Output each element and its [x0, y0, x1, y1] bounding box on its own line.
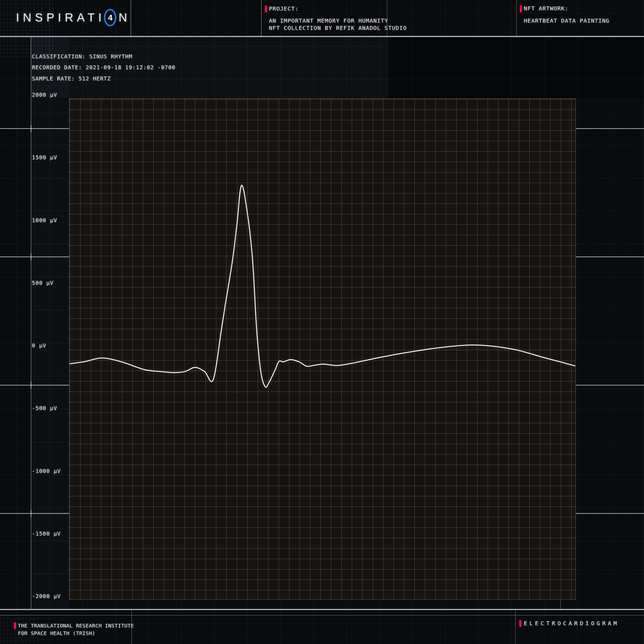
- y-axis-label: 1500 µV: [32, 154, 57, 161]
- margin-crosshair-line: [575, 128, 644, 129]
- margin-cross-tick: [31, 510, 31, 517]
- header-divider-4: [516, 0, 517, 36]
- margin-cross-tick: [31, 253, 31, 261]
- footer-right-text: ELECTROCARDIOGRAM: [524, 620, 619, 627]
- axis-gutter-line: [31, 36, 31, 610]
- inspiration4-logo: INSPIRATI 4 N: [16, 10, 131, 26]
- ecg-trace: [70, 185, 575, 387]
- margin-cross-tick: [31, 382, 31, 389]
- footer-left-line-2: FOR SPACE HEALTH (TRISH): [18, 630, 95, 637]
- footer-left-line-1: THE TRANSLATIONAL RESEARCH INSTITUTE: [18, 622, 134, 629]
- project-label: PROJECT:: [269, 5, 299, 12]
- margin-crosshair-line: [575, 385, 644, 385]
- margin-cross-tick: [31, 125, 31, 132]
- corner-finegrid-bottom-left: [0, 615, 40, 644]
- margin-crosshair-line: [0, 513, 70, 514]
- footer-separator-line: [0, 609, 644, 610]
- footer-separator-line-2: [0, 615, 644, 615]
- recorded-date-text: RECORDED DATE: 2021-09-18 19:12:02 -0700: [32, 64, 176, 71]
- margin-crosshair-line: [0, 385, 70, 385]
- artwork-title: HEARTBEAT DATA PAINTING: [524, 17, 610, 24]
- footer-divider-2: [515, 610, 516, 644]
- logo-orbit-ring-icon: 4: [104, 9, 116, 26]
- logo-text-post: N: [119, 11, 131, 24]
- footer-left-red-marker: [14, 622, 16, 629]
- project-line-1: AN IMPORTANT MEMORY FOR HUMANITY: [269, 17, 388, 24]
- margin-crosshair-line: [575, 257, 644, 257]
- margin-crosshair-line: [575, 513, 644, 514]
- y-axis-label: -500 µV: [32, 405, 57, 411]
- logo-text-pre: INSPIRATI: [16, 11, 105, 24]
- footer-right-red-marker: [519, 620, 521, 627]
- y-axis-label: 0 µV: [32, 342, 46, 349]
- sample-rate-text: SAMPLE RATE: 512 HERTZ: [32, 75, 111, 82]
- header-separator-line: [0, 36, 644, 37]
- ecg-svg: [70, 99, 575, 599]
- y-axis-label: -1500 µV: [32, 531, 61, 537]
- margin-crosshair-line: [0, 128, 70, 129]
- y-axis-label: 500 µV: [32, 280, 54, 286]
- y-axis-label: -1000 µV: [32, 468, 61, 474]
- y-axis-label: 1000 µV: [32, 217, 57, 224]
- project-red-marker: [265, 6, 267, 12]
- project-line-2: NFT COLLECTION BY REFIK ANADOL STUDIO: [269, 25, 407, 31]
- heartbeat-nft-screen: { "header": { "logo": {"pre": "INSPIRATI…: [0, 0, 644, 644]
- y-axis-label: -2000 µV: [32, 593, 61, 600]
- logo-numeral: 4: [108, 13, 113, 22]
- corner-finegrid-top-left: [0, 0, 53, 57]
- artwork-label: NFT ARTWORK:: [524, 5, 569, 12]
- classification-text: CLASSIFICATION: SINUS RHYTHM: [32, 53, 132, 60]
- artwork-red-marker: [520, 6, 522, 12]
- header-divider-2: [261, 0, 262, 36]
- y-axis-label: 2000 µV: [32, 92, 57, 98]
- margin-crosshair-line: [0, 257, 70, 257]
- ecg-plot-area: [69, 98, 576, 600]
